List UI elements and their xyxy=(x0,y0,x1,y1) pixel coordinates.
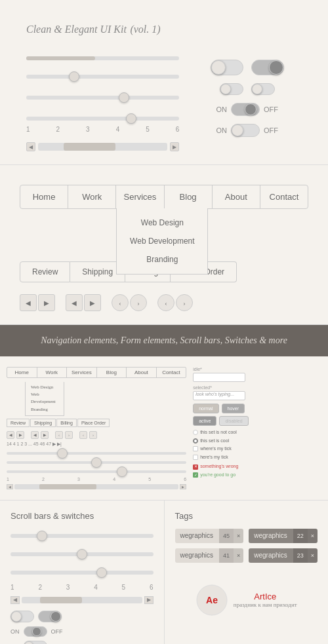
tag-close-3[interactable]: × xyxy=(234,548,243,563)
mini-idle-input[interactable] xyxy=(193,373,245,382)
mini-radio-2[interactable] xyxy=(193,438,198,444)
mini-pag-btn-7[interactable]: ‹ xyxy=(79,431,87,439)
small-toggle-3[interactable] xyxy=(24,626,47,637)
scroll-slider-1[interactable] xyxy=(10,529,154,540)
pag-next-2[interactable]: ▶ xyxy=(84,294,101,311)
toggle-switch-6[interactable] xyxy=(231,124,260,137)
pag-next-4[interactable]: › xyxy=(176,294,193,311)
mini-radio-item-3[interactable]: where's my tick xyxy=(193,445,321,453)
scroll-right-btn[interactable]: ▶ xyxy=(144,596,154,604)
nav-item-work[interactable]: Work xyxy=(68,185,116,208)
scroll-section-title: Scroll bars & switches xyxy=(10,511,154,521)
small-off-label-1: OFF xyxy=(51,628,63,635)
toggle-switch-5[interactable] xyxy=(231,103,260,116)
mini-btn-normal[interactable]: normal xyxy=(193,404,218,413)
toggle-on-label-2: ON xyxy=(216,126,227,134)
mini-pag-btn-1[interactable]: ◀ xyxy=(7,431,14,439)
mini-check-success-item[interactable]: ✓ you're good to go xyxy=(193,471,321,480)
toggle-switch-4[interactable] xyxy=(251,83,275,95)
mini-step-billing[interactable]: Billing xyxy=(56,419,77,427)
scroll-slider-3[interactable] xyxy=(10,565,154,577)
mini-pag-btn-8[interactable]: › xyxy=(89,431,97,439)
toggle-knob-5 xyxy=(245,104,256,115)
pag-next-3[interactable]: › xyxy=(130,294,147,311)
tag-close-4[interactable]: × xyxy=(308,548,318,563)
mini-selected-input[interactable]: look who's typing... xyxy=(193,391,245,400)
small-on-label-1: ON xyxy=(10,628,20,635)
pag-next-1[interactable]: ▶ xyxy=(38,294,55,311)
scrollbar-track[interactable] xyxy=(38,143,167,151)
nav-item-contact[interactable]: Contact xyxy=(260,185,308,208)
sliders-left: 1 2 3 4 5 6 ◀ ▶ xyxy=(26,56,179,151)
nav-item-about[interactable]: About xyxy=(213,185,260,208)
mini-pag-btn-6[interactable]: › xyxy=(65,431,73,439)
small-toggle-group-1 xyxy=(10,611,62,622)
scrollbar-thumb[interactable] xyxy=(64,143,115,151)
slider-4[interactable]: 1 2 3 4 5 6 xyxy=(26,111,179,133)
mini-slider-1[interactable] xyxy=(7,449,186,456)
scroll-thumb[interactable] xyxy=(40,597,82,603)
small-toggle-2[interactable] xyxy=(38,611,62,622)
mini-step-shipping[interactable]: Shipping xyxy=(30,419,56,427)
mini-radio-1[interactable] xyxy=(193,430,198,435)
dropdown-item-webdesign[interactable]: Web Design xyxy=(117,214,207,232)
mini-btn-active[interactable]: active xyxy=(193,416,216,426)
mini-check-2[interactable] xyxy=(193,455,198,460)
pag-prev-4[interactable]: ‹ xyxy=(157,294,174,311)
tag-close-1[interactable]: × xyxy=(234,529,243,543)
dropdown-item-webdev[interactable]: Web Development xyxy=(117,232,207,250)
toggle-knob-1 xyxy=(211,60,226,75)
slider-1 xyxy=(26,56,179,60)
mini-nav-about[interactable]: About xyxy=(127,368,157,377)
scrollbar-horizontal[interactable]: ◀ ▶ xyxy=(26,142,179,151)
pag-group-4: ‹ › xyxy=(157,294,193,311)
scroll-left-btn[interactable]: ◀ xyxy=(10,596,20,604)
scroll-left-arrow[interactable]: ◀ xyxy=(26,142,35,151)
scroll-slider-2[interactable] xyxy=(10,547,154,559)
mini-nav-contact[interactable]: Contact xyxy=(157,368,186,377)
mini-slider-2[interactable] xyxy=(7,459,186,465)
mini-step-review[interactable]: Review xyxy=(7,419,30,427)
mini-pag-btn-4[interactable]: ▶ xyxy=(41,431,49,439)
pag-prev-3[interactable]: ‹ xyxy=(112,294,129,311)
tag-close-2[interactable]: × xyxy=(308,529,318,543)
scroll-right-arrow[interactable]: ▶ xyxy=(170,142,179,151)
mini-check-1[interactable] xyxy=(193,446,198,451)
slider-2[interactable] xyxy=(26,69,179,81)
mini-check-error[interactable]: ✕ xyxy=(193,464,198,470)
pag-prev-1[interactable]: ◀ xyxy=(20,294,37,311)
nav-item-blog[interactable]: Blog xyxy=(165,185,213,208)
mini-pag-btn-3[interactable]: ◀ xyxy=(31,431,39,439)
nav-item-home[interactable]: Home xyxy=(20,185,68,208)
mini-nav-services[interactable]: Services xyxy=(67,368,97,377)
mini-step-placeorder[interactable]: Place Order xyxy=(77,419,110,427)
nav-item-services[interactable]: Services Web Design Web Development Bran… xyxy=(116,185,164,208)
scroll-track[interactable] xyxy=(22,597,142,603)
mini-pag-btn-5[interactable]: ‹ xyxy=(55,431,63,439)
mini-nav-work[interactable]: Work xyxy=(37,368,68,377)
mini-nav-home[interactable]: Home xyxy=(7,368,37,377)
small-toggle-1[interactable] xyxy=(10,611,34,622)
toggle-switch-3[interactable] xyxy=(220,83,243,95)
toggle-knob-4 xyxy=(252,84,262,94)
mini-check-error-item[interactable]: ✕ something's wrong xyxy=(193,463,321,471)
toggle-switch-1[interactable] xyxy=(211,60,243,75)
mini-nav-blog[interactable]: Blog xyxy=(97,368,127,377)
toggle-switch-2[interactable] xyxy=(251,60,284,75)
hero-title: Clean & Elegant UI Kit (vol. 1) xyxy=(26,20,302,37)
pag-prev-2[interactable]: ◀ xyxy=(66,294,83,311)
mini-slider-3[interactable] xyxy=(7,468,186,474)
mini-radio-item-4[interactable]: here's my tick xyxy=(193,453,321,462)
step-review[interactable]: Review xyxy=(20,261,70,282)
tags-section-title: Tags xyxy=(175,511,318,521)
small-toggle-4[interactable] xyxy=(24,641,47,644)
mini-radio-item-2[interactable]: this set is cool xyxy=(193,437,321,445)
scroll-switches-section: Scroll bars & switches 123456 ◀ ▶ xyxy=(0,501,165,644)
pag-group-3: ‹ › xyxy=(112,294,147,311)
mini-pag-btn-2[interactable]: ▶ xyxy=(16,431,24,439)
mini-btn-hover[interactable]: hover xyxy=(222,404,245,413)
slider-3[interactable] xyxy=(26,90,179,102)
mini-radio-item-1[interactable]: this set is not cool xyxy=(193,428,321,437)
dropdown-item-branding[interactable]: Branding xyxy=(117,250,207,269)
mini-check-success[interactable]: ✓ xyxy=(193,472,198,478)
